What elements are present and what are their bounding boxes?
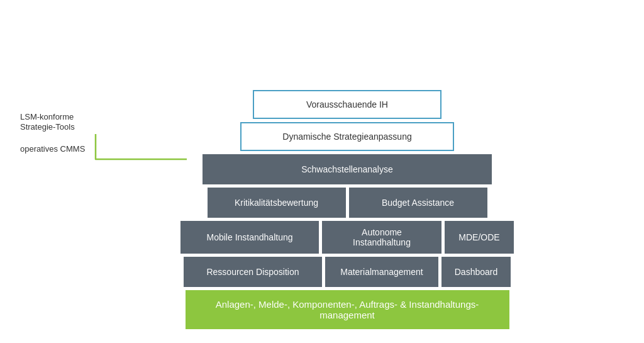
left-labels: LSM-konformeStrategie-Tools operatives C… [20, 8, 85, 335]
box-mde: MDE/ODE [445, 221, 514, 254]
lsm-label: LSM-konformeStrategie-Tools [20, 112, 85, 133]
row-schwachstellen: Schwachstellenanalyse [203, 154, 492, 184]
pyramid-wrapper: Vorausschauende IH Dynamische Strategiea… [118, 90, 577, 329]
box-material: Materialmanagement [325, 257, 438, 287]
box-vorausschauende: Vorausschauende IH [253, 90, 441, 119]
box-kritikalitat: Kritikalitätsbewertung [208, 188, 346, 218]
row-vorausschauende: Vorausschauende IH [253, 90, 441, 119]
diagram-container: LSM-konformeStrategie-Tools operatives C… [20, 8, 624, 335]
box-budget: Budget Assistance [349, 188, 487, 218]
cmms-label: operatives CMMS [20, 144, 85, 155]
box-dynamische: Dynamische Strategieanpassung [240, 122, 454, 151]
box-autonome: Autonome Instandhaltung [322, 221, 441, 254]
box-mobile: Mobile Instandhaltung [180, 221, 319, 254]
box-dashboard: Dashboard [441, 257, 511, 287]
row-mobile: Mobile Instandhaltung Autonome Instandha… [180, 221, 514, 254]
row-ressourcen: Ressourcen Disposition Materialmanagemen… [184, 257, 511, 287]
row-anlagen: Anlagen-, Melde-, Komponenten-, Auftrags… [186, 290, 509, 329]
box-anlagen: Anlagen-, Melde-, Komponenten-, Auftrags… [186, 290, 509, 329]
box-schwachstellen: Schwachstellenanalyse [203, 154, 492, 184]
row-dynamische: Dynamische Strategieanpassung [240, 122, 454, 151]
box-ressourcen: Ressourcen Disposition [184, 257, 322, 287]
row-kritikalitat: Kritikalitätsbewertung Budget Assistance [208, 188, 487, 218]
